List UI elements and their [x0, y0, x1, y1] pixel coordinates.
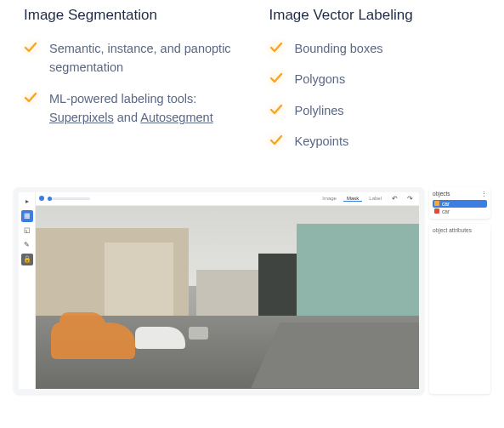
editor-card: ▸ ▦ ◱ ✎ 🔒 Image Mask Label ↶ ↷	[14, 187, 424, 394]
panel-title: object attributes	[433, 227, 472, 233]
vector-labeling-column: Image Vector Labeling Bounding boxesPoly…	[269, 7, 481, 163]
image-canvas[interactable]	[36, 206, 419, 389]
kebab-icon[interactable]: ⋮	[481, 191, 487, 197]
car-mask[interactable]	[189, 327, 208, 340]
brush-slider[interactable]	[48, 197, 90, 200]
object-row[interactable]: car	[433, 200, 487, 208]
objects-panel: objects ⋮ carcar	[429, 187, 490, 219]
list-item: Polylines	[269, 101, 481, 120]
check-icon	[269, 71, 283, 85]
check-icon	[24, 91, 37, 105]
lock-tool-icon[interactable]: 🔒	[21, 254, 33, 265]
tab-label[interactable]: Label	[365, 196, 385, 201]
inline-link[interactable]: Superpixels	[49, 111, 114, 124]
cursor-tool-icon[interactable]: ▸	[21, 196, 33, 208]
object-label: car	[442, 201, 450, 207]
list-item: Polygons	[269, 70, 481, 88]
car-mask[interactable]	[51, 322, 135, 359]
item-text: Polylines	[295, 101, 344, 120]
grid-tool-icon[interactable]: ▦	[21, 210, 33, 222]
panel-title: objects	[433, 191, 450, 197]
tab-image[interactable]: Image	[319, 196, 340, 201]
pen-tool-icon[interactable]: ✎	[21, 239, 33, 251]
crop-tool-icon[interactable]: ◱	[21, 225, 33, 237]
undo-icon[interactable]: ↶	[388, 192, 400, 204]
item-text: Semantic, instance, and panoptic segment…	[49, 39, 235, 77]
attributes-panel: object attributes	[429, 224, 490, 394]
list-item: Bounding boxes	[269, 39, 481, 58]
check-icon	[269, 41, 283, 54]
item-text: Polygons	[295, 70, 346, 88]
list-item: ML-powered labeling tools: Superpixels a…	[24, 89, 235, 128]
inline-link[interactable]: Autosegment	[140, 111, 212, 124]
car-mask[interactable]	[135, 327, 185, 349]
list-item: Semantic, instance, and panoptic segment…	[24, 39, 235, 77]
brush-size-knob[interactable]	[39, 196, 44, 201]
editor-screenshot: ▸ ▦ ◱ ✎ 🔒 Image Mask Label ↶ ↷	[14, 187, 490, 394]
column-heading: Image Vector Labeling	[269, 7, 481, 24]
list-item: Keypoints	[269, 132, 481, 151]
color-swatch	[434, 208, 439, 214]
item-text: Keypoints	[295, 132, 349, 151]
left-toolbar: ▸ ▦ ◱ ✎ 🔒	[19, 192, 36, 389]
segmentation-column: Image Segmentation Semantic, instance, a…	[24, 7, 235, 163]
color-swatch	[434, 201, 439, 206]
editor-topbar: Image Mask Label ↶ ↷	[36, 192, 419, 206]
column-heading: Image Segmentation	[24, 7, 235, 24]
object-label: car	[442, 208, 450, 214]
check-icon	[269, 134, 283, 147]
redo-icon[interactable]: ↷	[404, 192, 416, 204]
check-icon	[24, 41, 37, 54]
item-text: Bounding boxes	[295, 39, 383, 58]
item-text: ML-powered labeling tools: Superpixels a…	[49, 89, 235, 128]
check-icon	[269, 103, 283, 117]
tab-mask[interactable]: Mask	[343, 196, 362, 202]
object-row[interactable]: car	[433, 208, 487, 215]
